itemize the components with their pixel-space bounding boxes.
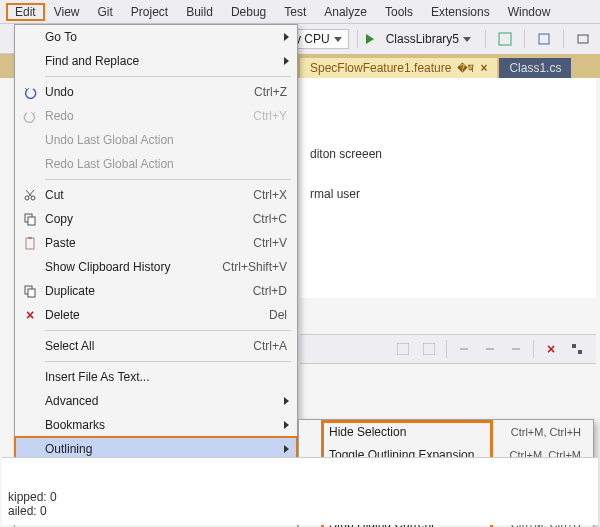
submenu-arrow-icon — [284, 445, 289, 453]
menu-analyze[interactable]: Analyze — [315, 3, 376, 21]
toolbar-button[interactable] — [566, 338, 588, 360]
toolbar-button[interactable] — [494, 28, 516, 50]
toolbar-button[interactable] — [479, 338, 501, 360]
menu-separator — [45, 179, 291, 180]
svg-rect-1 — [539, 34, 549, 44]
menu-cut[interactable]: CutCtrl+X — [15, 183, 297, 207]
paste-icon — [15, 236, 45, 250]
submenu-arrow-icon — [284, 57, 289, 65]
menu-view[interactable]: View — [45, 3, 89, 21]
separator — [357, 30, 358, 48]
submenu-arrow-icon — [284, 421, 289, 429]
menu-build[interactable]: Build — [177, 3, 222, 21]
separator — [533, 340, 534, 358]
tab-class1[interactable]: Class1.cs — [499, 58, 571, 78]
menu-test[interactable]: Test — [275, 3, 315, 21]
toolbar-button[interactable] — [505, 338, 527, 360]
duplicate-icon — [15, 284, 45, 298]
menu-git[interactable]: Git — [88, 3, 121, 21]
close-icon[interactable]: × — [480, 61, 487, 75]
toolbar-button[interactable] — [572, 28, 594, 50]
startup-button[interactable]: ClassLibrary5 — [380, 29, 477, 49]
menu-select-all[interactable]: Select AllCtrl+A — [15, 334, 297, 358]
output-panel: kipped: 0 ailed: 0 — [2, 457, 598, 525]
submenu-arrow-icon — [284, 397, 289, 405]
menu-delete[interactable]: ×DeleteDel — [15, 303, 297, 327]
menu-window[interactable]: Window — [499, 3, 560, 21]
redo-icon — [15, 109, 45, 123]
secondary-toolbar: × — [300, 334, 596, 364]
menu-debug[interactable]: Debug — [222, 3, 275, 21]
menu-goto[interactable]: Go To — [15, 25, 297, 49]
copy-icon — [15, 212, 45, 226]
menu-separator — [45, 76, 291, 77]
menu-redo-global[interactable]: Redo Last Global Action — [15, 152, 297, 176]
svg-rect-3 — [397, 343, 409, 355]
svg-rect-4 — [423, 343, 435, 355]
menu-redo[interactable]: RedoCtrl+Y — [15, 104, 297, 128]
startup-label: ClassLibrary5 — [386, 32, 459, 46]
code-editor[interactable]: diton screeen rmal user — [300, 78, 596, 298]
svg-rect-16 — [26, 238, 34, 249]
svg-rect-9 — [578, 350, 582, 354]
toolbar-button[interactable] — [392, 338, 414, 360]
menu-paste[interactable]: PasteCtrl+V — [15, 231, 297, 255]
menu-duplicate[interactable]: DuplicateCtrl+D — [15, 279, 297, 303]
svg-rect-17 — [28, 237, 32, 239]
menu-undo[interactable]: UndoCtrl+Z — [15, 80, 297, 104]
tab-label: SpecFlowFeature1.feature — [310, 61, 451, 75]
tab-label: Class1.cs — [509, 61, 561, 75]
menu-find-replace[interactable]: Find and Replace — [15, 49, 297, 73]
submenu-arrow-icon — [284, 33, 289, 41]
delete-icon: × — [15, 307, 45, 323]
menu-insert-file[interactable]: Insert File As Text... — [15, 365, 297, 389]
editor-line: diton screeen — [310, 144, 586, 164]
edit-dropdown: Go To Find and Replace UndoCtrl+Z RedoCt… — [14, 24, 298, 527]
menu-separator — [45, 361, 291, 362]
svg-rect-0 — [499, 33, 511, 45]
stats-line: kipped: 0 — [8, 490, 592, 504]
menu-edit[interactable]: Edit — [6, 3, 45, 21]
menu-project[interactable]: Project — [122, 3, 177, 21]
menu-tools[interactable]: Tools — [376, 3, 422, 21]
svg-rect-15 — [28, 217, 35, 225]
menubar: Edit View Git Project Build Debug Test A… — [0, 0, 600, 24]
editor-line: rmal user — [310, 184, 586, 204]
separator — [563, 30, 564, 48]
play-icon[interactable] — [366, 34, 374, 44]
cut-icon — [15, 188, 45, 202]
delete-icon: × — [547, 341, 555, 357]
menu-copy[interactable]: CopyCtrl+C — [15, 207, 297, 231]
toolbar-button[interactable] — [453, 338, 475, 360]
svg-rect-19 — [28, 289, 35, 297]
menu-bookmarks[interactable]: Bookmarks — [15, 413, 297, 437]
menu-separator — [45, 330, 291, 331]
stats-line: ailed: 0 — [8, 504, 592, 518]
chevron-down-icon — [334, 37, 342, 42]
svg-rect-8 — [572, 344, 576, 348]
submenu-hide-selection[interactable]: Hide SelectionCtrl+M, Ctrl+H — [299, 420, 593, 443]
separator — [485, 30, 486, 48]
undo-icon — [15, 85, 45, 99]
menu-undo-global[interactable]: Undo Last Global Action — [15, 128, 297, 152]
separator — [446, 340, 447, 358]
menu-extensions[interactable]: Extensions — [422, 3, 499, 21]
menu-advanced[interactable]: Advanced — [15, 389, 297, 413]
toolbar-button[interactable]: × — [540, 338, 562, 360]
separator — [524, 30, 525, 48]
svg-rect-2 — [578, 35, 588, 43]
pin-icon[interactable]: �ष — [457, 61, 474, 75]
platform-label: y CPU — [295, 32, 330, 46]
toolbar-button[interactable] — [533, 28, 555, 50]
menu-clipboard-history[interactable]: Show Clipboard HistoryCtrl+Shift+V — [15, 255, 297, 279]
tab-specflow-feature[interactable]: SpecFlowFeature1.feature �ष × — [300, 58, 497, 78]
chevron-down-icon — [463, 37, 471, 42]
toolbar-button[interactable] — [418, 338, 440, 360]
